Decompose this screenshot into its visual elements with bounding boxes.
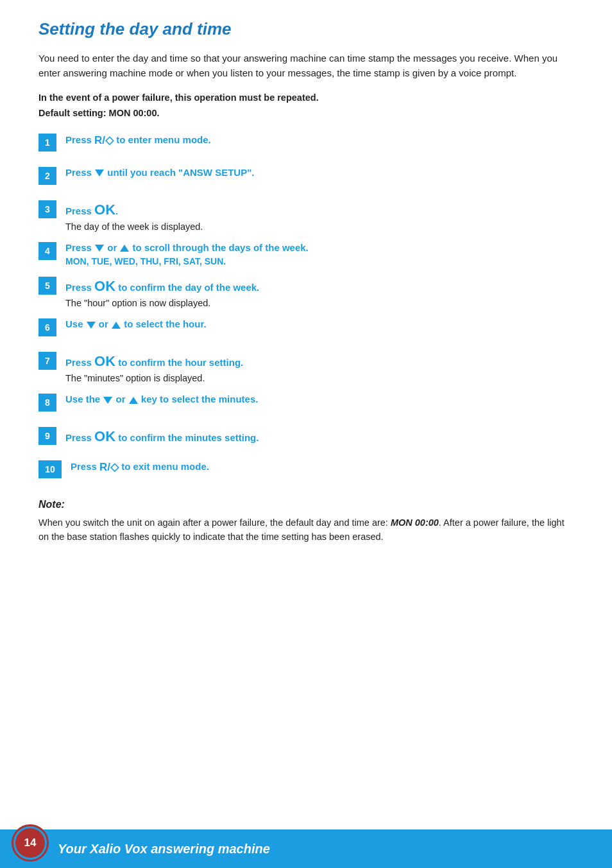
step-7-sub: The "minutes" option is displayed. xyxy=(65,373,574,383)
arrow-down-icon-6 xyxy=(87,322,96,329)
step-8-main: Use the or key to select the minutes. xyxy=(65,392,574,407)
step-content-7: Press OK to confirm the hour setting. Th… xyxy=(65,351,574,383)
arrow-down-icon-8 xyxy=(103,397,112,404)
step-3-main: Press OK. xyxy=(65,199,574,220)
power-warning: In the event of a power failure, this op… xyxy=(38,92,574,103)
step-content-1: Press R/◇ to enter menu mode. xyxy=(65,132,574,149)
ok-text-7: OK xyxy=(94,353,115,369)
arrow-up-icon-4 xyxy=(120,245,129,252)
step-2: 2 Press until you reach "ANSW SETUP". xyxy=(38,166,574,190)
step-content-8: Use the or key to select the minutes. xyxy=(65,392,574,407)
step-4: 4 Press or to scroll through the days of… xyxy=(38,241,574,267)
step-3-sub: The day of the week is displayed. xyxy=(65,221,574,232)
step-number-9: 9 xyxy=(38,427,56,445)
step-9-main: Press OK to confirm the minutes setting. xyxy=(65,426,574,447)
step-10-main: Press R/◇ to exit menu mode. xyxy=(71,459,574,476)
arrow-up-icon-6 xyxy=(112,322,121,329)
footer: 14 Your Xalio Vox answering machine xyxy=(0,829,612,868)
note-title: Note: xyxy=(38,499,574,510)
step-2-main: Press until you reach "ANSW SETUP". xyxy=(65,166,574,180)
step-10: 10 Press R/◇ to exit menu mode. xyxy=(38,459,574,483)
arrow-up-icon-8 xyxy=(129,397,138,404)
step-content-4: Press or to scroll through the days of t… xyxy=(65,241,574,267)
footer-label: Your Xalio Vox answering machine xyxy=(58,842,270,856)
step-1: 1 Press R/◇ to enter menu mode. xyxy=(38,132,574,157)
step-number-8: 8 xyxy=(38,394,56,412)
step-number-1: 1 xyxy=(38,134,56,152)
mon-bold: MON 00:00 xyxy=(391,517,439,528)
step-content-3: Press OK. The day of the week is display… xyxy=(65,199,574,232)
step-4-sub: MON, TUE, WED, THU, FRI, SAT, SUN. xyxy=(65,256,574,266)
step-content-9: Press OK to confirm the minutes setting. xyxy=(65,426,574,447)
step-content-6: Use or to select the hour. xyxy=(65,317,574,332)
step-number-3: 3 xyxy=(38,200,56,218)
ok-text-3: OK xyxy=(94,202,115,218)
intro-paragraph: You need to enter the day and time so th… xyxy=(38,51,565,81)
step-1-main: Press R/◇ to enter menu mode. xyxy=(65,132,574,149)
step-number-4: 4 xyxy=(38,242,56,260)
step-4-main: Press or to scroll through the days of t… xyxy=(65,241,574,256)
step-5-sub: The "hour" option is now displayed. xyxy=(65,298,574,308)
step-number-7: 7 xyxy=(38,352,56,370)
footer-badge-inner: 14 xyxy=(15,828,45,858)
footer-page-number: 14 xyxy=(24,837,37,849)
note-text: When you switch the unit on again after … xyxy=(38,516,565,544)
step-number-2: 2 xyxy=(38,167,56,185)
r-icon-1: R/◇ xyxy=(94,132,114,149)
step-5-main: Press OK to confirm the day of the week. xyxy=(65,275,574,297)
step-6-main: Use or to select the hour. xyxy=(65,317,574,332)
arrow-down-icon-2 xyxy=(95,169,104,177)
step-content-5: Press OK to confirm the day of the week.… xyxy=(65,275,574,308)
step-content-2: Press until you reach "ANSW SETUP". xyxy=(65,166,574,180)
step-content-10: Press R/◇ to exit menu mode. xyxy=(71,459,574,476)
footer-badge: 14 xyxy=(12,824,49,862)
step-3: 3 Press OK. The day of the week is displ… xyxy=(38,199,574,232)
page-title: Setting the day and time xyxy=(38,19,574,39)
ok-text-9: OK xyxy=(94,428,115,444)
step-2-highlight: "ANSW SETUP" xyxy=(178,167,251,178)
arrow-down-icon-4 xyxy=(95,245,104,252)
note-section: Note: When you switch the unit on again … xyxy=(38,499,574,544)
step-8: 8 Use the or key to select the minutes. xyxy=(38,392,574,417)
step-7-main: Press OK to confirm the hour setting. xyxy=(65,351,574,372)
step-6: 6 Use or to select the hour. xyxy=(38,317,574,342)
step-number-6: 6 xyxy=(38,318,56,336)
default-setting: Default setting: MON 00:00. xyxy=(38,108,574,118)
step-number-5: 5 xyxy=(38,277,56,295)
step-5: 5 Press OK to confirm the day of the wee… xyxy=(38,275,574,308)
step-number-10: 10 xyxy=(38,460,62,478)
step-7: 7 Press OK to confirm the hour setting. … xyxy=(38,351,574,383)
ok-text-5: OK xyxy=(94,278,115,294)
r-icon-10: R/◇ xyxy=(99,459,119,476)
steps-list: 1 Press R/◇ to enter menu mode. 2 Press … xyxy=(38,132,574,484)
step-9: 9 Press OK to confirm the minutes settin… xyxy=(38,426,574,450)
